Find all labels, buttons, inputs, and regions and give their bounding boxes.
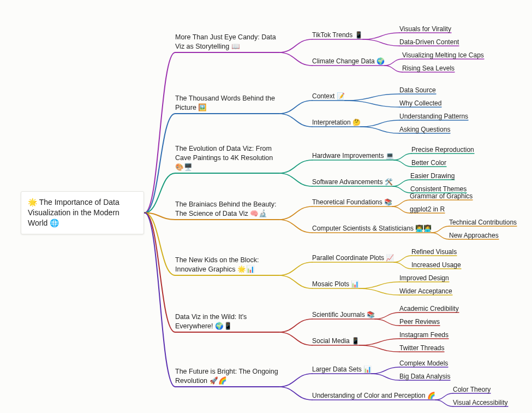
leaf-node[interactable]: Grammar of Graphics <box>410 192 473 200</box>
leaf-node[interactable]: ggplot2 in R <box>410 205 445 214</box>
subtopic-node[interactable]: Parallel Coordinate Plots 📈 <box>312 253 394 262</box>
branch-storytelling[interactable]: More Than Just Eye Candy: Data Viz as St… <box>175 33 279 51</box>
subtopic-node[interactable]: Theoretical Foundations 📚 <box>312 198 392 206</box>
subtopic-node[interactable]: TikTok Trends 📱 <box>312 31 363 39</box>
leaf-node[interactable]: Big Data Analysis <box>399 372 450 381</box>
leaf-node[interactable]: Improved Design <box>399 274 449 282</box>
subtopic-node[interactable]: Software Advancements 🛠️ <box>312 178 393 186</box>
leaf-node[interactable]: Data Source <box>399 86 436 95</box>
branch-brainiacs[interactable]: The Brainiacs Behind the Beauty: The Sci… <box>175 200 279 219</box>
leaf-node[interactable]: Color Theory <box>453 385 491 394</box>
subtopic-node[interactable]: Hardware Improvements 💻 <box>312 151 394 160</box>
leaf-node[interactable]: Technical Contributions <box>449 218 517 227</box>
leaf-node[interactable]: Instagram Feeds <box>399 331 449 339</box>
leaf-node[interactable]: Better Color <box>411 158 446 167</box>
root-node[interactable]: 🌟 The Importance of Data Visualization i… <box>21 191 144 234</box>
leaf-node[interactable]: Why Collected <box>399 99 441 108</box>
branch-wild[interactable]: Data Viz in the Wild: It's Everywhere! 🌍… <box>175 312 279 331</box>
leaf-node[interactable]: Visualizing Melting Ice Caps <box>402 51 484 60</box>
leaf-node[interactable]: Peer Reviews <box>399 317 440 326</box>
branch-new-kids[interactable]: The New Kids on the Block: Innovative Gr… <box>175 256 279 274</box>
subtopic-node[interactable]: Social Media 📱 <box>312 337 360 345</box>
subtopic-node[interactable]: Context 📝 <box>312 92 345 101</box>
branch-future[interactable]: The Future is Bright: The Ongoing Revolu… <box>175 367 279 386</box>
subtopic-node[interactable]: Mosaic Plots 📊 <box>312 280 359 288</box>
subtopic-node[interactable]: Understanding of Color and Perception 🌈 <box>312 391 435 400</box>
subtopic-node[interactable]: Larger Data Sets 📊 <box>312 365 372 374</box>
leaf-node[interactable]: Data-Driven Content <box>399 38 459 46</box>
leaf-node[interactable]: Visual Accessibility <box>453 398 508 407</box>
subtopic-node[interactable]: Interpretation 🤔 <box>312 118 361 127</box>
subtopic-node[interactable]: Climate Change Data 🌍 <box>312 57 385 66</box>
leaf-node[interactable]: Rising Sea Levels <box>402 64 455 73</box>
leaf-node[interactable]: Easier Drawing <box>410 172 455 180</box>
leaf-node[interactable]: Twitter Threads <box>399 344 444 352</box>
leaf-node[interactable]: Asking Questions <box>399 125 450 134</box>
leaf-node[interactable]: Complex Models <box>399 359 448 368</box>
subtopic-node[interactable]: Scientific Journals 📚 <box>312 310 375 319</box>
leaf-node[interactable]: Visuals for Virality <box>399 25 451 33</box>
subtopic-node[interactable]: Computer Scientists & Statisticians 👨‍💻👩… <box>312 224 432 233</box>
leaf-node[interactable]: Wider Acceptance <box>399 287 452 296</box>
leaf-node[interactable]: Refined Visuals <box>411 247 457 256</box>
leaf-node[interactable]: New Approaches <box>449 231 499 240</box>
branch-thousand-words[interactable]: The Thousand Words Behind the Picture 🖼️ <box>175 94 279 113</box>
leaf-node[interactable]: Understanding Patterns <box>399 112 468 121</box>
branch-evolution[interactable]: The Evolution of Data Viz: From Cave Pai… <box>175 144 279 172</box>
leaf-node[interactable]: Increased Usage <box>411 261 461 269</box>
leaf-node[interactable]: Academic Credibility <box>399 304 459 313</box>
leaf-node[interactable]: Precise Reproduction <box>411 145 474 154</box>
